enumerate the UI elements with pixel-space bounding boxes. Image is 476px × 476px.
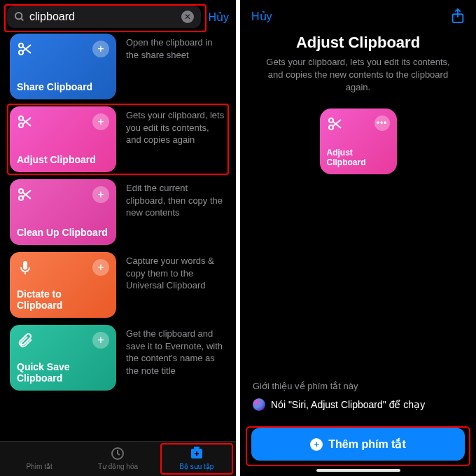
shortcut-detail-screen: Hủy Adjust Clipboard Gets your clipboard… bbox=[240, 0, 476, 476]
svg-point-3 bbox=[19, 50, 23, 55]
result-row: + Quick Save Clipboard Get the clipboard… bbox=[10, 325, 226, 391]
search-bar[interactable]: ✕ bbox=[7, 6, 201, 28]
cancel-button[interactable]: Hủy bbox=[251, 10, 272, 23]
add-tile-button[interactable]: + bbox=[92, 41, 109, 57]
clear-icon[interactable]: ✕ bbox=[181, 10, 194, 23]
add-tile-button[interactable]: + bbox=[92, 332, 109, 349]
add-tile-button[interactable]: + bbox=[92, 259, 109, 276]
tab-label: Bộ sưu tập bbox=[179, 463, 214, 470]
add-button-wrap: + Thêm phím tắt bbox=[240, 428, 476, 469]
share-icon[interactable] bbox=[451, 8, 465, 24]
plus-icon: + bbox=[310, 438, 323, 451]
gallery-search-screen: ✕ Hủy + Share Clipboard Open the clipboa… bbox=[0, 0, 236, 476]
shortcut-preview-tile[interactable]: ••• Adjust Clipboard bbox=[320, 108, 397, 174]
gallery-icon bbox=[187, 446, 206, 461]
intro-label: Giới thiệu về phím tắt này bbox=[253, 381, 463, 391]
tile-title: Quick Save Clipboard bbox=[17, 361, 109, 384]
svg-point-10 bbox=[19, 189, 23, 193]
svg-line-1 bbox=[21, 18, 23, 20]
result-desc: Open the clipboard in the share sheet bbox=[126, 34, 226, 61]
result-row: + Clean Up Clipboard Edit the current cl… bbox=[10, 179, 226, 245]
more-icon[interactable]: ••• bbox=[374, 115, 390, 131]
add-shortcut-button[interactable]: + Thêm phím tắt bbox=[251, 428, 465, 461]
intro-section: Giới thiệu về phím tắt này Nói "Siri, Ad… bbox=[240, 381, 476, 428]
result-desc: Edit the current clipboard, then copy th… bbox=[126, 179, 226, 219]
tile-title: Adjust Clipboard bbox=[327, 148, 390, 167]
result-row: + Dictate to Clipboard Capture your word… bbox=[10, 252, 226, 318]
siri-hint-text: Nói "Siri, Adjust Clipboard" để chạy bbox=[271, 399, 425, 410]
tile-title: Adjust Clipboard bbox=[17, 154, 109, 165]
tab-gallery[interactable]: Bộ sưu tập bbox=[158, 446, 236, 470]
svg-rect-18 bbox=[194, 447, 200, 449]
tile-title: Dictate to Clipboard bbox=[17, 288, 109, 311]
page-subtitle: Gets your clipboard, lets you edit its c… bbox=[240, 56, 476, 108]
tab-label: Tự động hóa bbox=[98, 463, 138, 470]
tile-title: Share Clipboard bbox=[17, 81, 109, 92]
add-tile-button[interactable]: + bbox=[92, 186, 109, 203]
shortcut-tile-cleanup-clipboard[interactable]: + Clean Up Clipboard bbox=[10, 179, 116, 245]
shortcut-tile-adjust-clipboard[interactable]: + Adjust Clipboard bbox=[10, 106, 116, 172]
cancel-button[interactable]: Hủy bbox=[208, 10, 229, 24]
svg-point-6 bbox=[19, 116, 23, 120]
tab-bar: Phim tắt Tự động hóa Bộ sưu tập bbox=[0, 441, 236, 476]
tile-title: Clean Up Clipboard bbox=[17, 227, 109, 238]
shortcut-tile-quicksave-clipboard[interactable]: + Quick Save Clipboard bbox=[10, 325, 116, 391]
search-row: ✕ Hủy bbox=[0, 0, 236, 34]
tab-label: Phim tắt bbox=[27, 463, 52, 470]
shortcut-tile-dictate-clipboard[interactable]: + Dictate to Clipboard bbox=[10, 252, 116, 318]
shortcuts-icon bbox=[29, 446, 49, 461]
siri-icon bbox=[253, 398, 265, 411]
result-desc: Capture your words & copy them to the Un… bbox=[126, 252, 226, 292]
paperclip-icon bbox=[17, 332, 34, 349]
shortcut-tile-share-clipboard[interactable]: + Share Clipboard bbox=[10, 34, 116, 99]
search-icon bbox=[14, 11, 25, 22]
scissors-icon bbox=[17, 41, 34, 57]
svg-rect-14 bbox=[23, 261, 27, 270]
svg-point-0 bbox=[15, 13, 22, 19]
add-button-label: Thêm phím tắt bbox=[328, 438, 405, 451]
svg-point-23 bbox=[329, 125, 333, 130]
add-tile-button[interactable]: + bbox=[92, 113, 109, 130]
search-input[interactable] bbox=[29, 10, 177, 23]
automation-icon bbox=[108, 446, 127, 461]
scissors-icon bbox=[17, 113, 34, 130]
mic-icon bbox=[17, 259, 34, 276]
scissors-icon bbox=[17, 186, 34, 203]
result-row: + Adjust Clipboard Gets your clipboard, … bbox=[10, 106, 226, 172]
spacer bbox=[240, 174, 476, 381]
result-desc: Get the clipboard and save it to Evernot… bbox=[126, 325, 226, 377]
result-desc: Gets your clipboard, lets you edit its c… bbox=[126, 106, 226, 146]
scissors-icon bbox=[327, 115, 344, 132]
svg-point-11 bbox=[19, 196, 23, 200]
result-row: + Share Clipboard Open the clipboard in … bbox=[10, 34, 226, 99]
svg-point-7 bbox=[19, 123, 23, 127]
svg-point-2 bbox=[19, 43, 23, 48]
svg-point-22 bbox=[329, 118, 333, 122]
detail-header: Hủy bbox=[240, 0, 476, 28]
siri-hint-row: Nói "Siri, Adjust Clipboard" để chạy bbox=[253, 398, 463, 411]
tab-shortcuts[interactable]: Phim tắt bbox=[0, 446, 78, 470]
home-indicator bbox=[316, 469, 400, 472]
page-title: Adjust Clipboard bbox=[240, 28, 476, 56]
tab-automation[interactable]: Tự động hóa bbox=[78, 446, 157, 470]
search-results: + Share Clipboard Open the clipboard in … bbox=[0, 34, 236, 441]
